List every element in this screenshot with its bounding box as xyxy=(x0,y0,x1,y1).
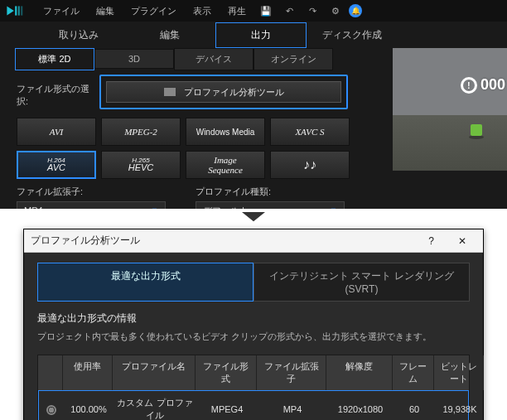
table-header: 使用率 プロファイル名 ファイル形式 ファイル拡張子 解像度 フレーム ビットレ… xyxy=(38,355,469,390)
menu-file[interactable]: ファイル xyxy=(36,2,86,20)
codec-grid: AVI MPEG-2 Windows Media XAVC S H.264AVC… xyxy=(17,118,350,179)
dialog-section-desc: プロジェクト内で最も多く使われているビデオ クリップの形式から、出力形式を選択で… xyxy=(37,331,470,343)
file-format-label: ファイル形式の選択: xyxy=(17,83,99,108)
chevron-down-icon: ▼ xyxy=(151,206,158,209)
cell-fps: 60 xyxy=(394,398,435,420)
profile-type-label: プロファイル種類: xyxy=(196,186,350,198)
codec-audio[interactable]: ♪♪ xyxy=(270,151,350,179)
cell-res: 1920x1080 xyxy=(327,398,394,420)
profile-tool-icon xyxy=(164,88,176,96)
ext-dropdown[interactable]: MP4 ▼ xyxy=(17,201,166,209)
menu-plugin[interactable]: プラグイン xyxy=(124,2,183,20)
profile-type-dropdown[interactable]: デフォルト ▼ xyxy=(196,201,345,209)
codec-imgseq[interactable]: ImageSequence xyxy=(186,151,265,179)
col-res: 解像度 xyxy=(326,355,393,390)
codec-h265[interactable]: H.265HEVC xyxy=(101,151,181,179)
profile-type-value: デフォルト xyxy=(203,205,249,210)
redo-icon[interactable]: ↷ xyxy=(302,6,322,17)
preview-pane: ! 000 xyxy=(393,48,507,171)
chevron-down-icon: ▼ xyxy=(330,206,337,209)
svg-rect-3 xyxy=(21,6,22,15)
dialog-section-title: 最適な出力形式の情報 xyxy=(37,311,470,326)
menu-edit[interactable]: 編集 xyxy=(89,2,121,20)
save-icon[interactable]: 💾 xyxy=(256,6,276,17)
cell-usage: 100.00% xyxy=(64,398,113,420)
flow-arrow-icon xyxy=(0,209,507,229)
notification-icon[interactable]: 🔔 xyxy=(349,4,362,17)
cell-format: MPEG4 xyxy=(196,398,258,420)
dialog-tab-svrt[interactable]: インテリジェント スマート レンダリング (SVRT) xyxy=(254,263,470,302)
settings-icon[interactable]: ⚙ xyxy=(326,6,345,17)
tab-disc[interactable]: ディスク作成 xyxy=(307,23,398,47)
app-logo-icon xyxy=(5,2,30,19)
preview-overlay-icon: ! xyxy=(461,77,477,94)
ext-label: ファイル拡張子: xyxy=(17,186,171,198)
cell-bitrate: 19,938K xyxy=(435,398,485,420)
dialog-titlebar: プロファイル分析ツール ? ✕ xyxy=(24,229,483,253)
svg-rect-2 xyxy=(18,6,20,15)
col-fps: フレーム xyxy=(393,355,434,390)
codec-mpeg2[interactable]: MPEG-2 xyxy=(101,118,181,146)
ext-value: MP4 xyxy=(24,205,43,209)
subtab-device[interactable]: デバイス xyxy=(174,48,254,70)
row-radio[interactable] xyxy=(46,405,56,415)
close-button[interactable]: ✕ xyxy=(448,235,476,247)
dialog-title: プロファイル分析ツール xyxy=(31,234,140,248)
tab-export[interactable]: 出力 xyxy=(215,22,307,48)
video-editor-window: ファイル 編集 プラグイン 表示 再生 💾 ↶ ↷ ⚙ 🔔 取り込み 編集 出力… xyxy=(0,0,507,209)
tab-edit[interactable]: 編集 xyxy=(124,23,215,47)
menubar: ファイル 編集 プラグイン 表示 再生 💾 ↶ ↷ ⚙ 🔔 xyxy=(0,0,507,22)
profile-tool-highlight: プロファイル分析ツール xyxy=(99,75,348,109)
menu-play[interactable]: 再生 xyxy=(221,2,253,20)
svg-marker-4 xyxy=(242,212,265,221)
profile-tool-label: プロファイル分析ツール xyxy=(184,86,284,99)
dialog-tab-best-format[interactable]: 最適な出力形式 xyxy=(37,263,254,302)
profile-analyzer-button[interactable]: プロファイル分析ツール xyxy=(106,81,341,103)
tab-capture[interactable]: 取り込み xyxy=(33,23,124,47)
undo-icon[interactable]: ↶ xyxy=(279,6,299,17)
subtab-online[interactable]: オンライン xyxy=(254,48,333,70)
codec-wmv[interactable]: Windows Media xyxy=(186,118,265,146)
profile-analyzer-dialog: プロファイル分析ツール ? ✕ 最適な出力形式 インテリジェント スマート レン… xyxy=(23,229,484,420)
cell-name: カスタム プロファイル xyxy=(113,391,196,420)
preview-overlay-text: ! 000 xyxy=(461,76,505,94)
codec-avi[interactable]: AVI xyxy=(17,118,96,146)
help-button[interactable]: ? xyxy=(418,235,446,247)
col-ext: ファイル拡張子 xyxy=(257,355,326,390)
top-nav: 取り込み 編集 出力 ディスク作成 xyxy=(0,22,507,48)
menu-view[interactable]: 表示 xyxy=(186,2,218,20)
cell-ext: MP4 xyxy=(258,398,327,420)
col-bitrate: ビットレート xyxy=(434,355,484,390)
col-format: ファイル形式 xyxy=(196,355,257,390)
subtab-3d[interactable]: 3D xyxy=(94,49,174,69)
col-profile: プロファイル名 xyxy=(113,355,196,390)
codec-xavcs[interactable]: XAVC S xyxy=(270,118,350,146)
export-panel: ファイル形式の選択: プロファイル分析ツール AVI MPEG-2 Window… xyxy=(0,70,361,209)
table-row[interactable]: 100.00% カスタム プロファイル MPEG4 MP4 1920x1080 … xyxy=(38,390,469,420)
preview-sprite xyxy=(471,124,482,136)
dialog-tabs: 最適な出力形式 インテリジェント スマート レンダリング (SVRT) xyxy=(37,263,470,302)
svg-rect-1 xyxy=(15,6,17,15)
profile-table: 使用率 プロファイル名 ファイル形式 ファイル拡張子 解像度 フレーム ビットレ… xyxy=(37,355,470,420)
codec-h264[interactable]: H.264AVC xyxy=(17,151,96,179)
subtab-2d[interactable]: 標準 2D xyxy=(15,48,94,70)
col-usage: 使用率 xyxy=(63,355,113,390)
svg-marker-0 xyxy=(7,6,13,15)
